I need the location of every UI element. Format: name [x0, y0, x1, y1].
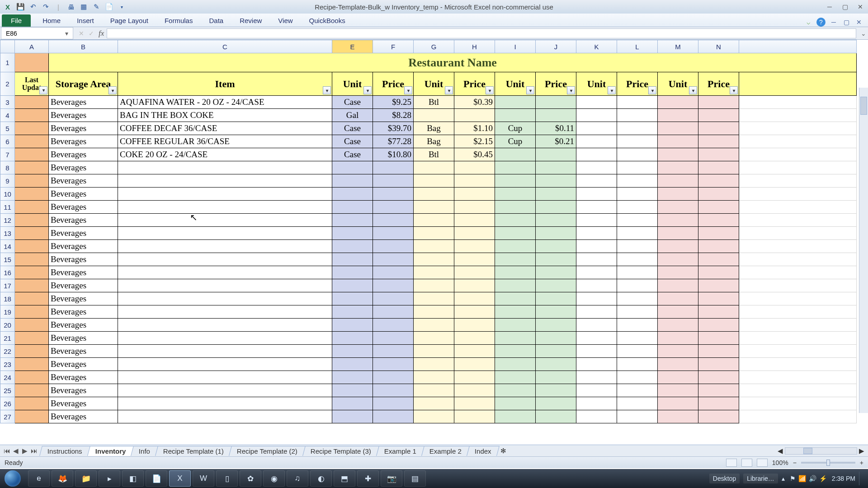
maximize-button[interactable]: ▢ — [837, 1, 853, 12]
cell-unit5[interactable] — [658, 253, 698, 266]
row-header-19[interactable]: 19 — [0, 305, 15, 319]
cell-unit3[interactable] — [495, 358, 536, 371]
select-all-corner[interactable] — [0, 40, 15, 53]
cell-price3[interactable] — [536, 188, 576, 201]
cell-blank[interactable] — [739, 148, 857, 161]
cell-unit1[interactable] — [332, 345, 373, 358]
cell-price5[interactable] — [698, 109, 739, 122]
cell-unit3[interactable] — [495, 319, 536, 332]
cell-price3[interactable] — [536, 371, 576, 384]
cell-price1[interactable]: $8.28 — [373, 109, 414, 122]
cell-unit1[interactable] — [332, 266, 373, 279]
cell-unit2[interactable] — [414, 332, 454, 345]
cell-price2[interactable] — [454, 384, 495, 397]
header-unit-0[interactable]: Unit▾ — [332, 72, 373, 96]
taskbar-spotify-icon[interactable]: ♫ — [287, 470, 308, 487]
cell-unit5[interactable] — [658, 319, 698, 332]
ribbon-tab-page-layout[interactable]: Page Layout — [102, 14, 156, 27]
cell-price1[interactable] — [373, 319, 414, 332]
cell-price5[interactable] — [698, 319, 739, 332]
cell-unit1[interactable] — [332, 253, 373, 266]
column-header-G[interactable]: G — [414, 40, 454, 53]
cell-A12[interactable] — [15, 214, 49, 227]
cell-unit3[interactable] — [495, 96, 536, 109]
cell-price1[interactable]: $77.28 — [373, 135, 414, 148]
filter-button[interactable]: ▾ — [445, 86, 453, 94]
chevron-down-icon[interactable]: ▾ — [65, 30, 68, 37]
cell-item[interactable] — [118, 332, 332, 345]
cell-storage[interactable]: Beverages — [49, 201, 118, 214]
cell-A21[interactable] — [15, 332, 49, 345]
cell-unit4[interactable] — [576, 96, 617, 109]
cell-unit1[interactable] — [332, 332, 373, 345]
cell-unit2[interactable]: Bag — [414, 135, 454, 148]
row-header-18[interactable]: 18 — [0, 292, 15, 305]
cell-item[interactable] — [118, 292, 332, 305]
cell-unit4[interactable] — [576, 148, 617, 161]
ribbon-options-icon[interactable]: ⌵ — [804, 18, 813, 27]
cell-blank[interactable] — [739, 135, 857, 148]
row-header-24[interactable]: 24 — [0, 371, 15, 384]
fx-icon[interactable]: fx — [99, 29, 104, 38]
cell-item[interactable] — [118, 161, 332, 174]
cell-item[interactable] — [118, 253, 332, 266]
cell-price1[interactable] — [373, 384, 414, 397]
cell-blank[interactable] — [739, 410, 857, 423]
cell-A26[interactable] — [15, 397, 49, 410]
cell-price1[interactable] — [373, 227, 414, 240]
taskbar-word-icon[interactable]: W — [193, 470, 214, 487]
sheet-tab-example-2[interactable]: Example 2 — [421, 446, 470, 456]
cell-blank[interactable] — [739, 122, 857, 135]
cell-unit2[interactable] — [414, 397, 454, 410]
cell-unit5[interactable] — [658, 201, 698, 214]
sheet-tab-info[interactable]: Info — [131, 446, 158, 456]
ribbon-tab-formulas[interactable]: Formulas — [156, 14, 201, 27]
cell-price5[interactable] — [698, 397, 739, 410]
cell-price2[interactable] — [454, 305, 495, 319]
cell-unit3[interactable] — [495, 397, 536, 410]
column-header-C[interactable]: C — [118, 40, 332, 53]
cell-price2[interactable] — [454, 161, 495, 174]
header-last-updated[interactable]: Last Updat▾ — [15, 72, 49, 96]
cell-price5[interactable] — [698, 188, 739, 201]
cell-unit3[interactable] — [495, 384, 536, 397]
sheet-nav-first-icon[interactable]: ⏮ — [3, 447, 11, 455]
cell-price5[interactable] — [698, 214, 739, 227]
cell-unit4[interactable] — [576, 279, 617, 292]
cell-unit2[interactable] — [414, 253, 454, 266]
cell-unit4[interactable] — [576, 253, 617, 266]
cell-storage[interactable]: Beverages — [49, 410, 118, 423]
column-header-F[interactable]: F — [373, 40, 414, 53]
cell-storage[interactable]: Beverages — [49, 319, 118, 332]
taskbar-media-icon[interactable]: ▸ — [99, 470, 120, 487]
cell-price3[interactable] — [536, 319, 576, 332]
taskbar-app-icon[interactable]: ⬒ — [334, 470, 355, 487]
sheet-nav-prev-icon[interactable]: ◀ — [12, 447, 20, 455]
cell-storage[interactable]: Beverages — [49, 305, 118, 319]
cell-price1[interactable] — [373, 332, 414, 345]
cell-price5[interactable] — [698, 161, 739, 174]
cell-price4[interactable] — [617, 266, 658, 279]
column-header-E[interactable]: E — [332, 40, 373, 53]
cell-unit4[interactable] — [576, 397, 617, 410]
sheet-tab-recipe-template-2-[interactable]: Recipe Template (2) — [229, 446, 306, 456]
cell-storage[interactable]: Beverages — [49, 240, 118, 253]
cell-price5[interactable] — [698, 358, 739, 371]
cell-A6[interactable] — [15, 135, 49, 148]
cell-price5[interactable] — [698, 148, 739, 161]
cell-price4[interactable] — [617, 384, 658, 397]
header-blank[interactable] — [739, 72, 857, 96]
normal-view-button[interactable] — [726, 459, 737, 467]
cell-unit2[interactable] — [414, 161, 454, 174]
cell-unit4[interactable] — [576, 122, 617, 135]
filter-button[interactable]: ▾ — [108, 86, 117, 94]
taskbar-ie-icon[interactable]: e — [28, 470, 50, 487]
cell-price5[interactable] — [698, 384, 739, 397]
cell-price2[interactable] — [454, 240, 495, 253]
header-price-3[interactable]: Price▾ — [454, 72, 495, 96]
ribbon-restore-icon[interactable]: ▢ — [842, 18, 851, 27]
sheet-tab-recipe-template-1-[interactable]: Recipe Template (1) — [155, 446, 232, 456]
cell-price2[interactable] — [454, 109, 495, 122]
cell-price5[interactable] — [698, 96, 739, 109]
row-header-7[interactable]: 7 — [0, 148, 15, 161]
